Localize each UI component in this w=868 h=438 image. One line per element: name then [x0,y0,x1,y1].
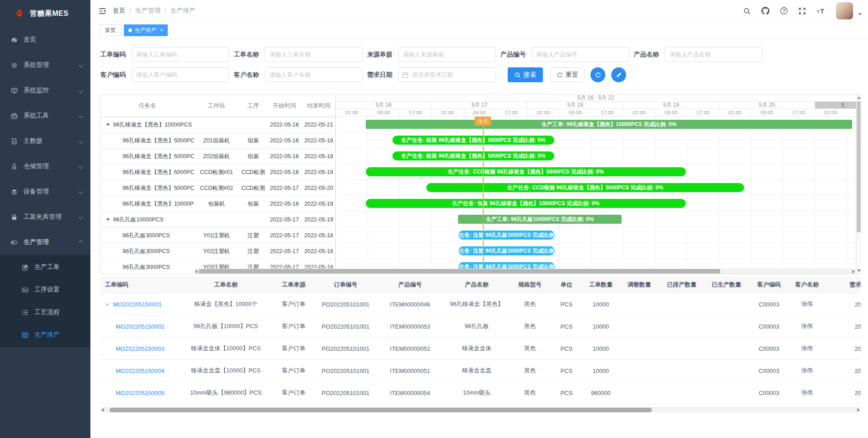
gantt-bar-task[interactable]: 生产任务: 组装 96孔移液盒【黑色】5000PCS 完成比例: 0% [392,136,554,145]
gantt-bar-task[interactable]: 生产任务: 注塑 96孔孔板3000PCS 完成比例: 0% [458,231,555,240]
gantt-task-row[interactable]: 96孔移液盒【黑色】5000PCSCCD检测#01CCD检测2022-05-16… [101,165,335,180]
top-navbar: 首页/生产管理/生产排产 ?TT [90,0,868,22]
sidebar-item-4[interactable]: 主数据 [0,128,90,154]
sidebar-subitem-1[interactable]: 工序设置 [0,278,90,301]
scroll-up-arrow-icon[interactable] [857,96,861,99]
edit-round-button[interactable] [611,67,626,82]
table-cell-工单数量: 960000 [583,390,619,396]
table-cell-工单名称: 10mm吸头【960000】PCS [179,389,272,397]
scroll-left-arrow-icon[interactable] [195,270,198,273]
gantt-bar-task[interactable]: 生产任务: CCD检测 96孔移液盒【黑色】5000PCS 完成比例: 0% [426,183,744,192]
tab-1[interactable]: 生产排产× [124,24,168,36]
filter-input[interactable] [398,47,496,62]
gantt-task-row[interactable]: 96孔孔板10000PCS2022-05-172022-05-19 [101,212,335,228]
avatar[interactable] [836,2,853,19]
gantt-task-row[interactable]: 96孔移液盒【黑色】10000PCS2022-05-162022-05-21 [101,117,335,133]
table-row[interactable]: MO20220515000510mm吸头【960000】PCS客户订单PO202… [100,382,861,404]
table-cell-产品名称: 移液盒盒体 [444,344,509,353]
scroll-right-arrow-icon[interactable] [857,408,860,412]
gantt-task-row[interactable]: 96孔移液盒【黑色】10000PCS包装机包装2022-05-162022-05… [101,196,335,212]
fullscreen-icon[interactable] [798,7,806,15]
table-row[interactable]: MO20220515000296孔孔板【10000】PCS客户订单PO20220… [100,316,861,338]
tab-close-icon[interactable]: × [160,27,163,33]
github-icon[interactable] [761,7,769,15]
gantt-bar-task[interactable]: 生产任务: 注塑 96孔孔板3000PCS 完成比例: 0% [458,262,555,269]
gantt-bar-label: 生产任务: CCD检测 96孔移液盒【黑色】5000PCS 完成比例: 0% [448,168,604,176]
search-icon[interactable] [743,7,751,15]
gantt-bar-task[interactable]: 生产任务: 组装 96孔移液盒【黑色】5000PCS 完成比例: 0% [392,151,554,160]
app-logo[interactable]: 苦糖果MES [0,0,90,27]
gantt-hscroll-thumb[interactable] [199,269,720,273]
work-order-link[interactable]: MO202205150005 [116,390,165,396]
filter-label: 产品名称 [634,51,662,59]
gantt-task-start: 2022-05-16 [267,133,302,148]
gantt-vertical-scrollbar[interactable] [856,94,861,274]
filter-input[interactable] [665,47,763,62]
tab-0[interactable]: 首页 [99,24,121,36]
gantt-body: 生产工单: 96孔移液盒【黑色】10000PCS 完成比例: 0%生产任务: 组… [336,117,856,269]
tree-collapse-icon[interactable] [106,123,110,126]
filter-input[interactable] [132,47,229,62]
work-order-link[interactable]: MO202205150001 [113,301,162,308]
work-order-link[interactable]: MO202205150002 [116,323,165,330]
gantt-vscroll-thumb[interactable] [857,101,861,232]
table-row[interactable]: MO202205150004移液盒盒盖【10000】PCS客户订单PO20220… [100,360,861,382]
table-row[interactable]: MO202205150003移液盒盒体【10000】PCS客户订单PO20220… [100,338,861,360]
gantt-horizontal-scrollbar[interactable] [194,268,856,274]
gantt-task-start: 2022-05-16 [267,196,302,212]
gantt-bar-task[interactable]: 生产任务: 注塑 96孔孔板3000PCS 完成比例: 0% [458,246,555,255]
reset-button[interactable]: 重置 [550,67,585,82]
date-field[interactable] [398,67,496,82]
sidebar-item-7[interactable]: 工装夹具管理 [0,204,90,230]
sidebar-item-1[interactable]: 系统管理 [0,52,90,78]
list-icon [21,309,28,316]
sidebar-item-3[interactable]: 系统工具 [0,103,90,128]
scroll-left-arrow-icon[interactable] [101,408,104,412]
breadcrumb-item-2[interactable]: 生产排产 [170,7,196,15]
gantt-bar-task[interactable]: 生产任务: 包装 96孔移液盒【黑色】10000PCS 完成比例: 0% [366,199,686,208]
refresh-round-button[interactable] [590,67,605,82]
table-inner: 工单编码工单名称工单来源订单编号产品编号产品名称规格型号单位工单数量调整数量已排… [100,277,861,404]
filter-input[interactable] [532,47,629,62]
breadcrumb-separator: / [129,7,131,14]
table-cell-单位: PCS [550,301,583,308]
scroll-right-arrow-icon[interactable] [852,270,855,273]
gantt-task-row[interactable]: 96孔移液盒【黑色】5000PCSZ02组装机组装2022-05-162022-… [101,149,335,165]
work-order-link[interactable]: MO202205150004 [116,367,165,374]
tree-collapse-icon[interactable] [106,218,110,221]
breadcrumb-item-0[interactable]: 首页 [113,7,125,15]
gantt-task-row[interactable]: 96孔移液盒【黑色】5000PCSZ01组装机组装2022-05-162022-… [101,133,335,149]
search-button[interactable]: 搜索 [508,67,543,82]
sidebar-item-8[interactable]: 生产管理 [0,230,90,255]
sidebar-item-0[interactable]: 首页 [0,27,90,52]
table-hscroll-thumb[interactable] [109,408,652,412]
filter-input[interactable] [265,47,363,62]
help-icon[interactable]: ? [780,7,788,15]
gantt-task-row[interactable]: 96孔孔板3000PCSY01注塑机注塑2022-05-172022-05-18 [101,228,335,244]
sidebar-subitem-label: 生产工单 [34,263,60,271]
font-size-icon[interactable]: TT [816,7,826,15]
filter-input[interactable] [265,67,363,82]
sidebar-item-5[interactable]: 仓储管理 [0,154,90,179]
gantt-task-row[interactable]: 96孔移液盒【黑色】5000PCSCCD检测#02CCD检测2022-05-17… [101,180,335,196]
work-order-link[interactable]: MO202205150003 [116,345,165,352]
gantt-bar-work-order[interactable]: 生产工单: 96孔移液盒【黑色】10000PCS 完成比例: 0% [366,120,852,129]
sidebar-item-6[interactable]: 设备管理 [0,179,90,204]
sidebar-subitem-3[interactable]: 生产排产 [0,324,90,346]
breadcrumb-item-1[interactable]: 生产管理 [135,7,160,15]
gantt-task-start: 2022-05-16 [267,117,302,132]
gantt-task-row[interactable]: 96孔孔板3000PCSY02注塑机注塑2022-05-172022-05-18 [101,244,335,259]
sidebar-item-2[interactable]: 系统监控 [0,78,90,103]
gantt-bar-task[interactable]: 生产任务: CCD检测 96孔移液盒【黑色】5000PCS 完成比例: 0% [366,167,686,176]
table-cell-客户编码: C00003 [749,367,789,374]
row-expand-icon[interactable] [105,301,110,306]
sidebar-subitem-0[interactable]: 生产工单 [0,256,90,278]
menu-fold-icon[interactable] [99,7,106,15]
filter-input[interactable] [132,67,229,82]
scroll-down-arrow-icon[interactable] [857,269,861,272]
gantt-task-row[interactable]: 96孔孔板3000PCSY03注塑机注塑2022-05-172022-05-18 [101,259,335,269]
table-row[interactable]: MO202205150001移液盒【黑色】10000个客户订单PO2022051… [100,293,861,316]
chevron-down-icon[interactable] [858,13,862,15]
sidebar-subitem-2[interactable]: 工艺流程 [0,301,90,324]
table-horizontal-scrollbar[interactable] [100,407,861,413]
